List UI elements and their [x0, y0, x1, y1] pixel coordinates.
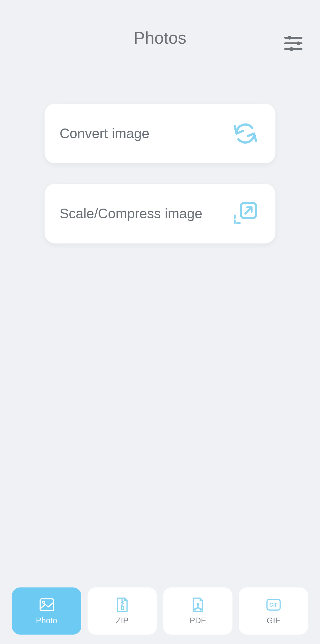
zip-icon: [115, 597, 130, 613]
nav-pdf-label: PDF: [190, 616, 206, 625]
sliders-icon: [284, 35, 303, 53]
nav-gif[interactable]: GIF GIF: [239, 587, 308, 635]
scale-icon: [233, 201, 258, 226]
refresh-icon: [233, 121, 258, 146]
photo-icon: [39, 597, 55, 613]
bottom-nav: Photo ZIP: [0, 587, 320, 635]
scale-compress-label: Scale/Compress image: [60, 206, 202, 221]
convert-image-label: Convert image: [60, 126, 149, 141]
convert-image-card[interactable]: Convert image: [45, 104, 275, 163]
nav-pdf[interactable]: PDF: [163, 587, 232, 635]
svg-point-4: [296, 41, 300, 45]
nav-gif-label: GIF: [267, 616, 280, 625]
scale-compress-card[interactable]: Scale/Compress image: [45, 184, 275, 243]
nav-zip-label: ZIP: [116, 616, 128, 625]
pdf-icon: [190, 597, 206, 613]
gif-icon: GIF: [266, 597, 281, 613]
page-title: Photos: [134, 28, 186, 47]
svg-point-9: [42, 601, 45, 603]
svg-point-3: [288, 36, 291, 40]
nav-zip[interactable]: ZIP: [88, 587, 157, 635]
screen: Photos Convert image: [0, 0, 320, 644]
svg-rect-15: [121, 606, 123, 609]
card-list: Convert image Scale/Compress image: [0, 75, 320, 243]
header: Photos: [0, 0, 320, 75]
settings-button[interactable]: [282, 33, 304, 55]
nav-photo[interactable]: Photo: [12, 587, 81, 635]
svg-text:GIF: GIF: [269, 602, 278, 608]
nav-photo-label: Photo: [36, 616, 57, 625]
svg-point-5: [290, 47, 293, 51]
